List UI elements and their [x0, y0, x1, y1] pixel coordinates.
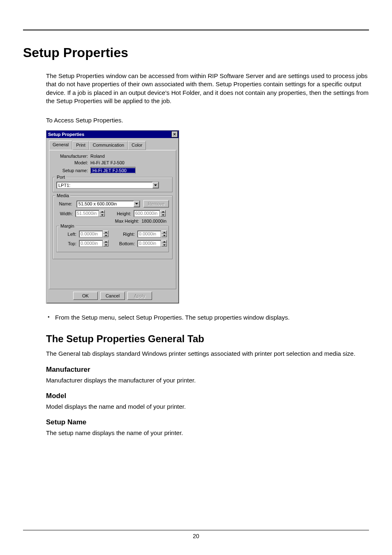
left-stepper[interactable]: 0.0000in — [79, 230, 108, 237]
svg-marker-6 — [105, 232, 107, 233]
top-stepper[interactable]: 0.0000in — [79, 240, 108, 247]
h2-general-tab: The Setup Properties General Tab — [46, 333, 369, 345]
width-value: 51.5000in — [75, 210, 99, 217]
svg-marker-9 — [163, 235, 166, 236]
cancel-button[interactable]: Cancel — [100, 292, 125, 300]
right-label: Right: — [115, 232, 137, 237]
svg-marker-5 — [162, 214, 164, 216]
left-label: Left: — [60, 232, 79, 237]
spin-up-icon[interactable] — [160, 210, 166, 213]
media-name-label: Name: — [56, 201, 75, 206]
spin-up-icon[interactable] — [99, 210, 105, 213]
margin-group: Margin Left: 0.0000in — [56, 226, 169, 252]
width-stepper[interactable]: 51.5000in — [75, 210, 105, 217]
svg-marker-0 — [154, 184, 157, 186]
media-name-value: 51.500 x 600.000in — [77, 201, 134, 206]
svg-marker-13 — [163, 244, 166, 246]
spin-up-icon[interactable] — [103, 240, 108, 243]
bullet-access: From the Setup menu, select Setup Proper… — [46, 313, 369, 322]
media-group: Media Name: 51.500 x 600.000in Remove — [53, 196, 173, 259]
port-value: LPT1: — [57, 183, 152, 188]
svg-marker-4 — [162, 211, 164, 212]
access-label: To Access Setup Properties. — [46, 117, 369, 124]
chevron-down-icon[interactable] — [152, 182, 159, 188]
setup-name-label: Setup name: — [53, 168, 90, 173]
page-title: Setup Properties — [23, 45, 369, 60]
spin-down-icon[interactable] — [160, 213, 166, 216]
right-stepper[interactable]: 0.0000in — [137, 230, 167, 237]
manufacturer-label: Manufacturer: — [53, 154, 90, 159]
spin-down-icon[interactable] — [103, 234, 108, 237]
page-footer: 20 — [23, 530, 369, 539]
model-label: Model: — [53, 160, 90, 165]
width-label: Width: — [56, 211, 75, 216]
dialog-title: Setup Properties — [48, 132, 171, 137]
svg-marker-8 — [163, 232, 166, 233]
spin-down-icon[interactable] — [161, 243, 167, 246]
h3-setup-name: Setup Name — [46, 418, 369, 426]
right-value: 0.0000in — [137, 230, 161, 237]
model-body: Model displays the name and model of you… — [46, 403, 369, 411]
setup-name-input[interactable]: Hi-Fi JET FJ-500 — [90, 167, 136, 174]
remove-button[interactable]: Remove — [143, 200, 169, 207]
svg-marker-7 — [105, 235, 107, 236]
height-stepper[interactable]: 600.0000in — [134, 210, 166, 217]
spin-down-icon[interactable] — [161, 234, 167, 237]
spin-up-icon[interactable] — [161, 230, 167, 234]
max-height-value: 1800.0000in — [141, 219, 166, 223]
model-value: Hi-Fi JET FJ-500 — [90, 160, 125, 165]
dialog-buttons: OK Cancel Apply — [49, 289, 176, 301]
page-number: 20 — [193, 533, 199, 539]
tab-color[interactable]: Color — [128, 141, 146, 150]
svg-marker-1 — [135, 203, 138, 205]
bottom-label: Bottom: — [115, 241, 137, 246]
svg-marker-12 — [163, 241, 166, 242]
setup-properties-dialog: Setup Properties ✕ General Print Communi… — [46, 130, 179, 304]
apply-button[interactable]: Apply — [127, 292, 152, 300]
chevron-down-icon[interactable] — [134, 201, 140, 207]
setup-name-body: The setup name displays the name of your… — [46, 429, 369, 437]
spin-down-icon[interactable] — [103, 243, 108, 246]
margin-legend: Margin — [59, 223, 76, 228]
tab-general[interactable]: General — [49, 140, 72, 150]
height-label: Height: — [111, 211, 134, 216]
spin-up-icon[interactable] — [161, 240, 167, 243]
port-select[interactable]: LPT1: — [56, 182, 159, 189]
bottom-value: 0.0000in — [137, 240, 161, 247]
setup-name-value: Hi-Fi JET FJ-500 — [91, 168, 135, 173]
intro-paragraph: The Setup Properties window can be acces… — [46, 72, 369, 105]
dialog-titlebar: Setup Properties ✕ — [46, 131, 179, 138]
close-icon[interactable]: ✕ — [171, 131, 178, 138]
svg-marker-10 — [105, 241, 107, 242]
media-legend: Media — [55, 193, 70, 198]
svg-marker-3 — [101, 214, 104, 216]
ok-button[interactable]: OK — [73, 292, 98, 300]
h2-body: The General tab displays standard Window… — [46, 350, 369, 358]
height-value: 600.0000in — [134, 210, 160, 217]
spin-down-icon[interactable] — [99, 213, 105, 216]
svg-marker-11 — [105, 244, 107, 246]
bottom-stepper[interactable]: 0.0000in — [137, 240, 167, 247]
tab-panel-general: Manufacturer: Roland Model: Hi-Fi JET FJ… — [49, 150, 176, 289]
manufacturer-value: Roland — [90, 154, 105, 159]
spin-up-icon[interactable] — [103, 230, 108, 234]
dialog-tabs: General Print Communication Color — [49, 140, 176, 150]
max-height-label: Max Height: — [115, 219, 142, 223]
port-legend: Port — [55, 175, 66, 180]
tab-communication[interactable]: Communication — [89, 141, 128, 150]
top-label: Top: — [60, 241, 79, 246]
manufacturer-body: Manufacturer displays the manufacturer o… — [46, 376, 369, 385]
h3-manufacturer: Manufacturer — [46, 366, 369, 374]
h3-model: Model — [46, 392, 369, 400]
port-group: Port LPT1: — [53, 177, 173, 192]
svg-marker-2 — [101, 211, 104, 212]
tab-print[interactable]: Print — [72, 141, 89, 150]
media-name-select[interactable]: 51.500 x 600.000in — [76, 200, 140, 207]
left-value: 0.0000in — [79, 230, 103, 237]
top-value: 0.0000in — [79, 240, 103, 247]
